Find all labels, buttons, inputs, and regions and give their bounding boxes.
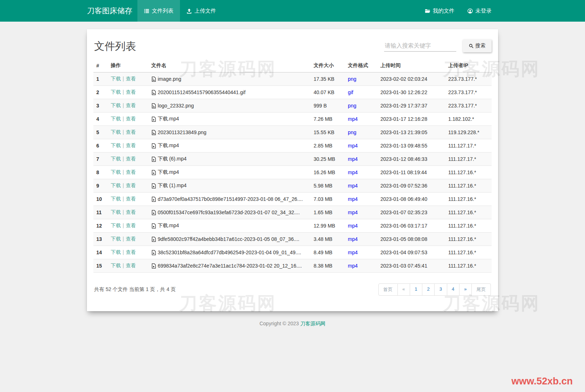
file-video-icon — [151, 210, 156, 215]
view-link[interactable]: 查看 — [126, 102, 136, 108]
download-link[interactable]: 下载 — [111, 156, 121, 162]
download-link[interactable]: 下载 — [111, 142, 121, 148]
download-link[interactable]: 下载 — [111, 209, 121, 215]
pagination-button[interactable]: « — [398, 283, 410, 296]
download-link[interactable]: 下载 — [111, 223, 121, 228]
view-link[interactable]: 查看 — [126, 223, 136, 228]
brand-title[interactable]: 刀客图床储存 — [87, 0, 137, 22]
pagination-button[interactable]: 尾页 — [472, 283, 491, 296]
file-name[interactable]: 下载.mp4 — [158, 169, 179, 176]
view-link[interactable]: 查看 — [126, 129, 136, 135]
file-size: 15.55 KB — [311, 126, 345, 139]
file-format-link[interactable]: mp4 — [348, 143, 358, 149]
file-size: 16.26 MB — [311, 166, 345, 179]
file-format-link[interactable]: mp4 — [348, 263, 358, 269]
download-link[interactable]: 下载 — [111, 196, 121, 202]
download-link[interactable]: 下载 — [111, 116, 121, 122]
row-filename-cell: 20230113213849.png — [148, 126, 311, 139]
table-row: 12 下载|查看 下载.mp4 12.99 MB mp4 2023-01-06 … — [93, 219, 492, 233]
file-format-link[interactable]: mp4 — [348, 169, 358, 175]
file-format-link[interactable]: mp4 — [348, 210, 358, 215]
file-format-link[interactable]: mp4 — [348, 250, 358, 255]
file-image-icon — [151, 90, 156, 95]
file-name[interactable]: 9dfe58002c97ff42a4bebb34b17a61cc-2023-01… — [158, 236, 299, 242]
header-index: # — [93, 59, 108, 72]
file-name[interactable]: 20200115124554157906355440441.gif — [158, 89, 245, 95]
row-index: 15 — [93, 259, 108, 273]
file-name[interactable]: 下载 (6).mp4 — [158, 156, 186, 162]
view-link[interactable]: 查看 — [126, 142, 136, 148]
file-name[interactable]: 下载 (1).mp4 — [158, 182, 186, 189]
nav-item-login-status[interactable]: 未登录 — [461, 0, 498, 22]
nav-item-file-list[interactable]: 文件列表 — [137, 0, 180, 22]
nav-item-my-files[interactable]: 我的文件 — [418, 0, 461, 22]
file-name[interactable]: 38c52301bf8a28a64dfcd77db4962549-2023-01… — [158, 250, 301, 255]
file-format-link[interactable]: mp4 — [348, 223, 358, 229]
download-link[interactable]: 下载 — [111, 102, 121, 108]
view-link[interactable]: 查看 — [126, 116, 136, 122]
row-index: 6 — [93, 139, 108, 153]
view-link[interactable]: 查看 — [126, 263, 136, 268]
site-link[interactable]: 刀客源码网 — [300, 321, 326, 326]
view-link[interactable]: 查看 — [126, 76, 136, 82]
upload-time: 2023-01-04 09:07:53 — [378, 246, 445, 259]
file-image-icon — [151, 76, 156, 82]
file-name[interactable]: image.png — [158, 76, 181, 82]
file-format-link[interactable]: mp4 — [348, 196, 358, 202]
download-link[interactable]: 下载 — [111, 182, 121, 188]
view-link[interactable]: 查看 — [126, 156, 136, 162]
table-row: 1 下载|查看 image.png 17.35 KB png 2023-02-0… — [93, 72, 492, 86]
pagination-button[interactable]: 3 — [435, 283, 447, 296]
pagination-button[interactable]: 2 — [422, 283, 435, 296]
file-name[interactable]: 下载.mp4 — [158, 223, 179, 229]
file-format-link[interactable]: png — [348, 103, 356, 109]
pagination-button[interactable]: 4 — [447, 283, 459, 296]
table-row: 11 下载|查看 0500f015347ce697fc93a193efa6723… — [93, 206, 492, 219]
action-separator: | — [121, 129, 126, 135]
file-name[interactable]: logo_22332.png — [158, 103, 194, 109]
view-link[interactable]: 查看 — [126, 249, 136, 255]
view-link[interactable]: 查看 — [126, 169, 136, 175]
download-link[interactable]: 下载 — [111, 236, 121, 242]
row-index: 8 — [93, 166, 108, 179]
file-name[interactable]: 0500f015347ce697fc93a193efa6723d-2023-01… — [158, 210, 300, 215]
table-row: 2 下载|查看 20200115124554157906355440441.gi… — [93, 86, 492, 99]
file-name[interactable]: d73a970ef0a437517b0c898e71514997-2023-01… — [158, 196, 303, 202]
file-format-link[interactable]: png — [348, 129, 356, 135]
file-format-link[interactable]: mp4 — [348, 183, 358, 189]
file-video-icon — [151, 183, 156, 189]
view-link[interactable]: 查看 — [126, 236, 136, 242]
pagination-button[interactable]: 1 — [410, 283, 422, 296]
row-actions: 下载|查看 — [108, 193, 148, 206]
file-format-link[interactable]: mp4 — [348, 236, 358, 242]
search-input[interactable] — [384, 40, 456, 52]
file-name[interactable]: 20230113213849.png — [158, 129, 206, 135]
nav-item-label: 我的文件 — [433, 8, 454, 14]
file-format-link[interactable]: mp4 — [348, 156, 358, 162]
file-format-link[interactable]: gif — [348, 89, 353, 95]
pagination-button[interactable]: » — [459, 283, 472, 296]
search-button[interactable]: 搜索 — [463, 39, 492, 52]
download-link[interactable]: 下载 — [111, 129, 121, 135]
row-actions: 下载|查看 — [108, 233, 148, 246]
file-format-link[interactable]: png — [348, 76, 356, 82]
view-link[interactable]: 查看 — [126, 209, 136, 215]
nav-item-upload[interactable]: 上传文件 — [180, 0, 223, 22]
file-format-link[interactable]: mp4 — [348, 116, 358, 122]
view-link[interactable]: 查看 — [126, 196, 136, 202]
uploader-ip: 111.127.16.* — [445, 206, 492, 219]
download-link[interactable]: 下载 — [111, 169, 121, 175]
download-link[interactable]: 下载 — [111, 249, 121, 255]
file-name[interactable]: 699834a73af2e8c274e7a3e11ac1c784-2023-01… — [158, 263, 302, 269]
file-video-icon — [151, 197, 156, 202]
download-link[interactable]: 下载 — [111, 89, 121, 95]
row-actions: 下载|查看 — [108, 179, 148, 193]
view-link[interactable]: 查看 — [126, 89, 136, 95]
download-link[interactable]: 下载 — [111, 263, 121, 268]
download-link[interactable]: 下载 — [111, 76, 121, 82]
header-filename: 文件名 — [148, 59, 311, 72]
pagination-button[interactable]: 首页 — [378, 283, 398, 296]
file-name[interactable]: 下载.mp4 — [158, 142, 179, 149]
file-name[interactable]: 下载.mp4 — [158, 116, 179, 122]
view-link[interactable]: 查看 — [126, 182, 136, 188]
